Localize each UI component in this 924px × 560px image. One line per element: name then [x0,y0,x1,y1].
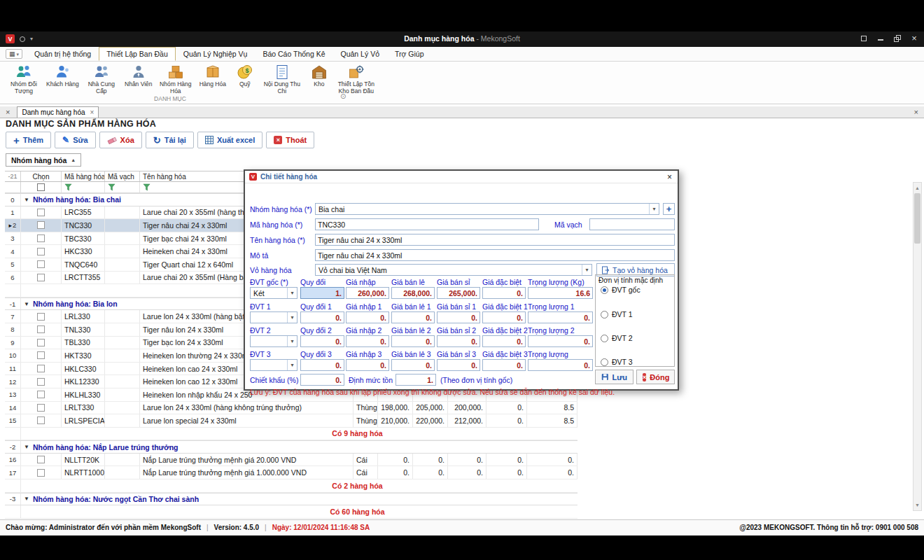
edit-button[interactable]: ✎Sửa [55,132,95,148]
row-checkbox[interactable] [21,310,62,323]
unit-number-input[interactable]: 0. [300,359,344,371]
checkbox-icon[interactable] [37,221,45,229]
delete-button[interactable]: Xóa [99,132,142,148]
group-select[interactable]: Bia chai ▾ [315,203,659,215]
row-checkbox[interactable] [21,454,62,466]
row-checkbox[interactable] [21,232,62,245]
unit-select[interactable]: Két▾ [250,287,298,299]
row-checkbox[interactable] [21,219,62,232]
unit-number-input[interactable]: 0. [528,312,593,323]
checkbox-icon[interactable] [37,351,45,359]
scroll-thumb[interactable] [914,193,920,244]
ribbon-item-4[interactable]: Nhân Viên [122,63,155,88]
default-unit-radio-0[interactable]: ĐVT gốc [601,286,640,294]
row-checkbox[interactable] [21,323,62,336]
ribbon-item-10[interactable]: Thiết Lập Tồn Kho Ban Đầu [335,63,377,95]
description-input[interactable]: Tiger nâu chai 24 x 330ml [315,249,675,261]
grid-corner[interactable]: -21 [5,172,21,181]
row-checkbox[interactable] [21,337,62,349]
unit-number-input[interactable]: 0. [437,312,480,323]
group-row[interactable]: -3▼Nhóm hàng hóa: Nước ngọt Cần Thơ chai… [5,493,578,506]
checkbox-icon[interactable] [37,326,45,333]
unit-number-input[interactable]: 16.6 [528,287,593,299]
table-row[interactable]: 15LRLSPECIAL330Larue lon special 24 x 33… [5,414,578,428]
checkbox-icon[interactable] [37,391,45,398]
reload-button[interactable]: ↻Tải lại [146,132,194,148]
package-select[interactable]: Vỏ chai bia Việt Nam ▾ [315,264,592,276]
row-checkbox[interactable] [21,272,62,284]
ribbon-collapse-icon[interactable]: ⊙ [340,92,346,100]
dialog-close-button[interactable]: × Đóng [636,370,675,384]
row-checkbox[interactable] [21,466,62,479]
menu-tab-2[interactable]: Thiết Lập Ban Đầu [99,47,176,61]
unit-number-input[interactable]: 0. [482,335,526,347]
column-header-ma-vach[interactable]: Mã vạch [105,172,140,181]
discount-input[interactable]: 0. [300,374,344,386]
checkbox-icon[interactable] [37,416,45,424]
unit-number-input[interactable]: 0. [482,359,526,371]
close-all-tabs-icon[interactable]: × [6,108,10,116]
unit-select[interactable]: ▾ [250,335,298,347]
scroll-up-icon[interactable]: ▲ [913,183,921,192]
column-header-ma-hang-hoa[interactable]: Mã hàng hóa [62,172,105,181]
checkbox-icon[interactable] [37,248,45,255]
row-checkbox[interactable] [21,363,62,375]
menu-tab-5[interactable]: Quản Lý Vỏ [333,47,387,61]
unit-select[interactable]: ▾ [250,359,298,371]
table-row[interactable]: 14LRLT330Larue lon 24 x 330ml (hàng khôn… [5,402,578,415]
row-checkbox[interactable] [21,388,62,401]
ribbon-launcher-button[interactable]: ▦▾ [6,49,22,59]
name-input[interactable]: Tiger nâu chai 24 x 330ml [315,234,675,246]
close-tab-right-icon[interactable]: × [914,108,918,116]
stock-norm-input[interactable]: 1. [396,374,436,386]
save-button[interactable]: Lưu [595,370,634,384]
unit-number-input[interactable]: 1. [300,287,344,299]
unit-number-input[interactable]: 0. [437,359,480,371]
unit-number-input[interactable]: 265,000. [437,287,480,299]
checkbox-icon[interactable] [37,339,45,346]
ribbon-item-5[interactable]: Nhóm Hàng Hóa [155,63,197,95]
unit-number-input[interactable]: 0. [528,335,593,347]
tab-danh-muc-hang-hoa[interactable]: Danh mục hàng hóa × [17,106,99,118]
barcode-input[interactable] [589,218,675,230]
menu-tab-3[interactable]: Quản Lý Nghiệp Vụ [176,47,255,61]
filter-code-cell[interactable] [62,182,105,192]
filter-checkbox[interactable] [21,182,62,192]
export-excel-button[interactable]: Xuất excel [197,132,262,148]
table-row[interactable]: 17NLRTT1000KNắp Larue trúng thưởng mệnh … [5,466,578,479]
checkbox-icon[interactable] [37,260,45,268]
column-header-chon[interactable]: Chọn [21,172,62,181]
group-row-label[interactable]: ▼Nhóm hàng hóa: Nắp Larue trúng thưởng [21,441,578,453]
unit-number-input[interactable]: 0. [300,335,344,347]
add-group-button[interactable]: + [663,203,675,215]
ribbon-item-8[interactable]: Nội Dung Thu Chi [261,63,303,95]
table-row[interactable]: 16NLLTT20KNắp Larue trúng thưởng mệnh gi… [5,454,578,467]
menu-tab-4[interactable]: Báo Cáo Thống Kê [255,47,332,61]
ribbon-item-9[interactable]: Kho [303,63,335,88]
checkbox-icon[interactable] [37,456,45,463]
unit-number-input[interactable]: 268,000. [391,287,435,299]
checkbox-icon[interactable] [37,365,45,372]
unit-number-input[interactable]: 0. [346,359,389,371]
unit-number-input[interactable]: 0. [300,312,344,323]
unit-number-input[interactable]: 0. [391,335,435,347]
restore-icon[interactable] [893,34,902,43]
exit-button[interactable]: ×Thoát [266,132,314,148]
close-window-icon[interactable]: × [910,34,918,43]
filter-barcode-cell[interactable] [105,182,140,192]
default-unit-radio-2[interactable]: ĐVT 2 [601,334,633,342]
row-checkbox[interactable] [21,206,62,219]
unit-number-input[interactable]: 0. [528,359,593,371]
default-unit-radio-1[interactable]: ĐVT 1 [601,310,633,318]
checkbox-icon[interactable] [37,313,45,321]
unit-number-input[interactable]: 0. [346,335,389,347]
unit-number-input[interactable]: 0. [482,312,526,323]
row-checkbox[interactable] [21,402,62,414]
unit-number-input[interactable]: 0. [391,312,435,323]
row-checkbox[interactable] [21,245,62,258]
unit-number-input[interactable]: 0. [437,335,480,347]
checkbox-icon[interactable] [37,378,45,386]
unit-number-input[interactable]: 0. [482,287,526,299]
group-row[interactable]: -2▼Nhóm hàng hóa: Nắp Larue trúng thưởng [5,440,578,454]
dialog-titlebar[interactable]: V Chi tiết hàng hóa × [245,171,678,183]
